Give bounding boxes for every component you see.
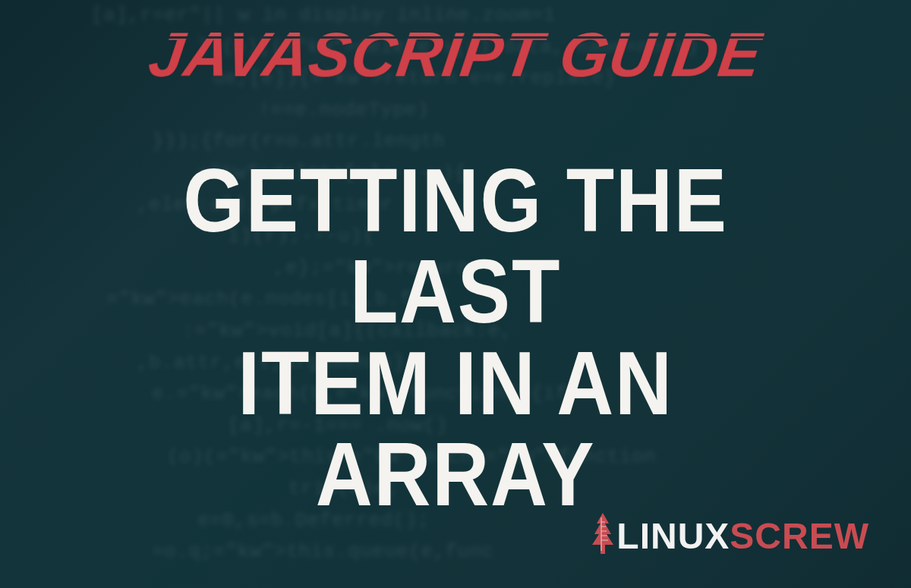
- brand-tree-icon: [585, 511, 621, 555]
- title-line-1: GETTING THE LAST: [183, 150, 727, 341]
- brand-logo: LINUXSCREW: [585, 511, 869, 561]
- main-title: GETTING THE LAST ITEM IN AN ARRAY: [95, 155, 816, 520]
- content-area: JAVASCRIPT GUIDE GETTING THE LAST ITEM I…: [0, 0, 911, 588]
- brand-text-part2: SCREW: [730, 516, 869, 556]
- title-line-2: ITEM IN AN ARRAY: [238, 333, 673, 524]
- brand-text-part1: LINUX: [616, 516, 730, 556]
- brand-text: LINUXSCREW: [616, 518, 869, 555]
- category-label: JAVASCRIPT GUIDE: [146, 27, 765, 83]
